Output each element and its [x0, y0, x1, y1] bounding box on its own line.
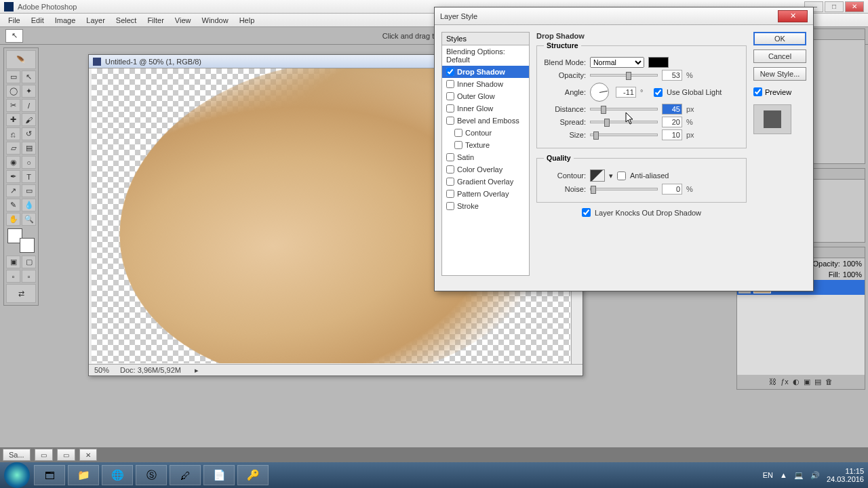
style-item-checkbox[interactable] — [446, 80, 454, 88]
style-item[interactable]: Inner Shadow — [442, 78, 529, 90]
pen-tool[interactable]: ✒ — [6, 170, 20, 183]
screenmode-2[interactable]: ▫ — [22, 270, 36, 283]
spread-slider[interactable] — [590, 121, 658, 123]
layer-mask-icon[interactable]: ◐ — [793, 378, 800, 386]
style-item-checkbox[interactable] — [446, 202, 454, 210]
move-tool[interactable]: ↖ — [22, 70, 36, 83]
color-swatches[interactable] — [7, 228, 35, 253]
heal-tool[interactable]: ✚ — [6, 113, 20, 126]
close-button[interactable]: ✕ — [845, 1, 864, 12]
menu-edit[interactable]: Edit — [26, 16, 50, 24]
style-item[interactable]: Gradient Overlay — [442, 176, 529, 188]
style-item[interactable]: Outer Glow — [442, 90, 529, 102]
styles-header[interactable]: Styles — [441, 32, 530, 45]
tray-flag-icon[interactable]: ▲ — [780, 471, 787, 479]
tool-preset-icon[interactable]: ↖ — [5, 29, 23, 43]
style-item[interactable]: Texture — [442, 139, 529, 151]
start-button[interactable] — [4, 462, 30, 488]
taskbar-item-skype[interactable]: Ⓢ — [136, 465, 167, 485]
cancel-button[interactable]: Cancel — [753, 49, 806, 63]
contour-dropdown-icon[interactable]: ▾ — [609, 171, 613, 180]
tray-volume-icon[interactable]: 🔊 — [810, 471, 820, 480]
type-tool[interactable]: T — [22, 170, 36, 183]
ok-button[interactable]: OK — [753, 32, 806, 45]
history-brush-tool[interactable]: ↺ — [22, 127, 36, 140]
dialog-titlebar[interactable]: Layer Style ✕ — [435, 7, 813, 25]
menu-help[interactable]: Help — [234, 16, 260, 24]
zoom-tool[interactable]: 🔍 — [22, 213, 36, 226]
wand-tool[interactable]: ✦ — [22, 85, 36, 98]
maximize-button[interactable]: □ — [825, 1, 844, 12]
taskbar-item-5[interactable]: 🖊 — [170, 465, 201, 485]
clock[interactable]: 11:15 24.03.2016 — [827, 467, 864, 483]
style-item-checkbox[interactable] — [454, 129, 462, 137]
angle-input[interactable]: -11 — [616, 87, 636, 98]
style-item[interactable]: Bevel and Emboss — [442, 115, 529, 127]
menu-image[interactable]: Image — [50, 16, 81, 24]
style-item-checkbox[interactable] — [446, 165, 454, 174]
style-item[interactable]: Contour — [442, 127, 529, 139]
style-item-checkbox[interactable] — [446, 104, 454, 113]
opacity-input[interactable]: 53 — [662, 70, 682, 81]
marquee-tool[interactable]: ▭ — [6, 70, 20, 83]
link-layers-icon[interactable]: ⛓ — [769, 378, 776, 386]
menu-window[interactable]: Window — [197, 16, 234, 24]
style-item[interactable]: Stroke — [442, 200, 529, 212]
quickmask-toggle[interactable]: ▣ — [6, 256, 20, 268]
style-item[interactable]: Drop Shadow — [442, 66, 529, 78]
eyedropper-tool[interactable]: 💧 — [22, 199, 36, 211]
window-tab-btn1[interactable]: ▭ — [35, 449, 53, 461]
shadow-color-swatch[interactable] — [648, 57, 669, 68]
noise-input[interactable]: 0 — [662, 184, 682, 195]
menu-layer[interactable]: Layer — [81, 16, 111, 24]
spread-input[interactable]: 20 — [662, 117, 682, 127]
blur-tool[interactable]: ◉ — [6, 156, 20, 169]
menu-filter[interactable]: Filter — [142, 16, 169, 24]
jump-to-imageready[interactable]: ⇄ — [6, 284, 36, 303]
angle-dial[interactable] — [590, 83, 609, 102]
distance-slider[interactable] — [590, 108, 658, 110]
noise-slider[interactable] — [590, 188, 658, 190]
brush-tool[interactable]: 🖌 — [22, 113, 36, 126]
window-tab-btn3[interactable]: ✕ — [79, 449, 97, 461]
crop-tool[interactable]: ✂ — [6, 99, 20, 112]
antialiased-checkbox[interactable] — [617, 171, 626, 180]
path-tool[interactable]: ↗ — [6, 184, 20, 197]
style-item-checkbox[interactable] — [446, 117, 454, 125]
window-tab-btn2[interactable]: ▭ — [57, 449, 75, 461]
layer-style-icon[interactable]: ƒx — [781, 378, 789, 386]
opacity-slider[interactable] — [590, 74, 658, 77]
new-style-button[interactable]: New Style... — [753, 67, 806, 81]
blendmode-select[interactable]: Normal — [590, 57, 644, 68]
lasso-tool[interactable]: ◯ — [6, 85, 20, 98]
layers-fill-value[interactable]: 100% — [843, 270, 862, 279]
window-tab[interactable]: Sa... — [3, 449, 31, 461]
dialog-close-button[interactable]: ✕ — [778, 10, 808, 22]
new-layer-icon[interactable]: ▤ — [814, 378, 821, 386]
notes-tool[interactable]: ✎ — [6, 199, 20, 211]
shape-tool[interactable]: ▭ — [22, 184, 36, 197]
lang-indicator[interactable]: EN — [763, 471, 773, 479]
layers-opacity-value[interactable]: 100% — [843, 260, 862, 268]
zoom-level[interactable]: 50% — [89, 366, 115, 374]
delete-layer-icon[interactable]: 🗑 — [825, 378, 833, 386]
style-item-checkbox[interactable] — [446, 178, 454, 186]
style-item-checkbox[interactable] — [446, 92, 454, 100]
global-light-checkbox[interactable] — [654, 88, 663, 97]
style-item[interactable]: Blending Options: Default — [442, 45, 529, 66]
style-item-checkbox[interactable] — [446, 153, 454, 161]
menu-file[interactable]: File — [3, 16, 26, 24]
taskbar-item-7[interactable]: 🔑 — [237, 465, 269, 485]
stamp-tool[interactable]: ⎌ — [6, 127, 20, 140]
doc-info-menu-icon[interactable]: ▸ — [189, 366, 204, 375]
taskbar-item-6[interactable]: 📄 — [203, 465, 235, 485]
style-item[interactable]: Pattern Overlay — [442, 188, 529, 200]
size-slider[interactable] — [590, 134, 658, 136]
size-input[interactable]: 10 — [662, 129, 682, 140]
preview-checkbox[interactable] — [753, 87, 762, 96]
eraser-tool[interactable]: ▱ — [6, 142, 20, 155]
dodge-tool[interactable]: ○ — [22, 156, 36, 169]
screenmode-toggle[interactable]: ▢ — [22, 256, 36, 268]
tray-network-icon[interactable]: 💻 — [794, 471, 804, 480]
style-item-checkbox[interactable] — [446, 68, 454, 76]
